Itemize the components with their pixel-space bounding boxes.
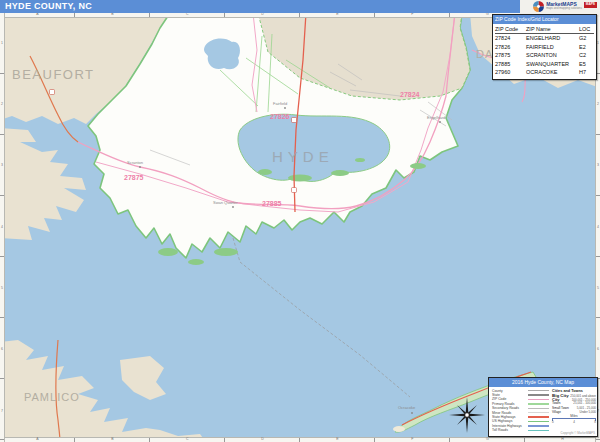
zip-table-title: ZIP Code Index/Grid Locator <box>493 15 596 24</box>
ruler-label: 5 <box>1 287 3 291</box>
ruler-label: 2 <box>597 103 599 107</box>
scale-unit-label: Miles <box>552 414 596 418</box>
grid-ruler-left: 1234567 <box>0 13 5 442</box>
legend-cities-towns: Cities and Towns Big City 250,001 and ab… <box>552 389 596 414</box>
county-label-pamlico: PAMLICO <box>24 391 80 403</box>
zip-code-index-table: ZIP Code Index/Grid Locator ZIP Code ZIP… <box>492 14 597 80</box>
ruler-label: F <box>411 438 413 442</box>
map-legend: 2016 Hyde County, NC Map County State ZI… <box>488 377 598 437</box>
ruler-label: 4 <box>573 421 575 425</box>
ruler-label: 6 <box>1 348 3 352</box>
ocracoke-sand-tip <box>393 426 405 432</box>
logo-badge: MAPS <box>584 2 597 8</box>
ruler-label: 0 <box>552 421 554 425</box>
town-label-ocracoke: Ocracoke <box>398 405 416 410</box>
ruler-label: 3 <box>1 164 3 168</box>
line-swatch <box>528 408 549 409</box>
ruler-label: 5 <box>597 287 599 291</box>
line-swatch <box>528 394 549 395</box>
zip-table-body: ZIP Code ZIP Name LOC 27824 ENGELHARD G2… <box>493 24 596 79</box>
scale-tick-labels: 048 <box>552 421 596 425</box>
town-label-fairfield: Fairfield <box>273 101 287 106</box>
zip-label-27885: 27885 <box>262 200 282 207</box>
ruler-label: G <box>486 13 489 17</box>
ruler-label: H <box>561 438 564 442</box>
ruler-label: A <box>36 438 38 442</box>
silver-lake-harbor <box>407 415 411 419</box>
map-title: HYDE COUNTY, NC <box>5 1 92 11</box>
ruler-label: A <box>36 13 38 17</box>
town-label-swanquarter: Swan Quarter <box>213 200 238 205</box>
compass-rose-icon <box>447 395 487 435</box>
county-label-beaufort: BEAUFORT <box>12 67 95 82</box>
ruler-label: 7 <box>1 410 3 414</box>
ruler-label: 8 <box>594 421 596 425</box>
zip-table-row: 27875 SCRANTON C2 <box>495 51 594 60</box>
legend-copyright: Copyright © MarketMAPS <box>561 431 595 435</box>
logo-wordmark: MarketMAPS maps and mapping solutions <box>546 2 582 10</box>
zip-table-row: 27824 ENGELHARD G2 <box>495 34 594 43</box>
ruler-label: B <box>111 13 113 17</box>
ruler-label: C <box>186 13 189 17</box>
ruler-label: 4 <box>1 226 3 230</box>
ruler-label: 4 <box>597 226 599 230</box>
zip-table-row: 27826 FAIRFIELD E2 <box>495 43 594 52</box>
logo-tagline: maps and mapping solutions <box>546 7 582 10</box>
line-swatch <box>528 421 549 422</box>
legend-line-types: County State ZIP Code Primary Roads Seco… <box>492 389 549 433</box>
line-swatch <box>528 412 549 413</box>
zip-label-27875: 27875 <box>124 174 144 181</box>
town-label-scranton: Scranton <box>127 160 143 165</box>
logo-pinwheel-icon <box>533 1 544 12</box>
ruler-label: 1 <box>1 42 3 46</box>
line-swatch <box>528 416 549 417</box>
title-bar: HYDE COUNTY, NC <box>0 0 520 13</box>
zip-label-27826: 27826 <box>270 113 290 120</box>
legend-title: 2016 Hyde County, NC Map <box>489 378 597 387</box>
zip-table-row: 27885 SWANQUARTER E5 <box>495 60 594 69</box>
col-loc: LOC <box>579 25 595 34</box>
cities-header: Cities and Towns <box>552 389 596 393</box>
ruler-label: 1 <box>597 42 599 46</box>
ruler-label: B <box>111 438 113 442</box>
line-swatch <box>528 430 549 431</box>
zip-label-27824: 27824 <box>400 91 420 98</box>
line-swatch <box>528 403 549 404</box>
county-label-hyde: HYDE <box>272 148 334 165</box>
ruler-label: F <box>411 13 413 17</box>
ruler-label: 3 <box>597 164 599 168</box>
legend-item: Toll Roads <box>492 428 549 432</box>
col-zip-code: ZIP Code <box>495 25 526 34</box>
ruler-label: D <box>261 438 264 442</box>
ruler-label: E <box>336 13 338 17</box>
line-swatch <box>528 390 549 391</box>
ruler-label: G <box>486 438 489 442</box>
grid-ruler-bottom: ABCDEFGH <box>0 437 600 442</box>
ruler-label: E <box>336 438 338 442</box>
ruler-label: C <box>186 438 189 442</box>
scale-bar: Miles 048 <box>552 414 596 425</box>
town-label-engelhard: Engelhard <box>427 115 445 120</box>
legend-body: County State ZIP Code Primary Roads Seco… <box>489 387 597 436</box>
line-swatch <box>528 425 549 426</box>
ruler-label: 2 <box>1 103 3 107</box>
ruler-label: 6 <box>597 348 599 352</box>
ruler-label: D <box>261 13 264 17</box>
line-swatch <box>528 399 549 400</box>
map-sheet: BEAUFORT PAMLICO DARE HYDE 27824 27826 2… <box>0 0 600 442</box>
zip-table-header-row: ZIP Code ZIP Name LOC <box>495 25 594 35</box>
col-zip-name: ZIP Name <box>526 25 579 34</box>
zip-table-row: 27960 OCRACOKE H7 <box>495 68 594 77</box>
